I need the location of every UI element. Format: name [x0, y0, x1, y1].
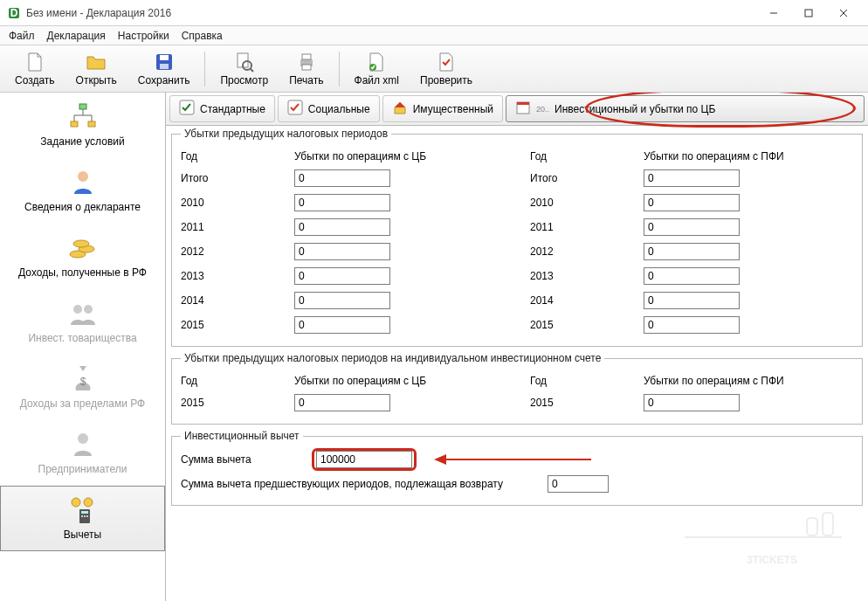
sidebar-label: Задание условий	[40, 135, 124, 148]
svg-rect-14	[302, 65, 311, 70]
svg-rect-7	[160, 55, 169, 60]
create-button[interactable]: Создать	[5, 48, 65, 90]
svg-point-28	[84, 305, 93, 314]
pfi-2010-input[interactable]	[644, 194, 740, 211]
total-cb-input[interactable]	[294, 169, 390, 187]
tab-property[interactable]: Имущественный	[382, 95, 503, 122]
sidebar-label: Инвест. товарищества	[28, 332, 136, 344]
deduction-input[interactable]	[316, 451, 412, 468]
total-pfi-input[interactable]	[644, 169, 740, 187]
svg-rect-13	[302, 54, 311, 59]
year-label: 2010	[530, 197, 644, 209]
group-legend: Убытки предыдущих налоговых периодов на …	[181, 352, 604, 364]
svg-rect-8	[160, 64, 169, 69]
menu-help[interactable]: Справка	[182, 30, 223, 42]
sidebar-item-deductions[interactable]: Вычеты	[0, 486, 165, 551]
minimize-button[interactable]	[756, 3, 791, 24]
year-label: 2013	[530, 270, 644, 282]
tab-label: Социальные	[308, 103, 370, 115]
year-label: 2014	[530, 294, 644, 307]
cb-2012-input[interactable]	[294, 243, 390, 260]
cb-2010-input[interactable]	[294, 194, 390, 211]
titlebar: D Без имени - Декларация 2016	[0, 0, 868, 26]
sidebar-item-declarant[interactable]: Сведения о декларанте	[0, 158, 165, 224]
tab-investment[interactable]: 20.. Инвестиционный и убытки по ЦБ	[506, 95, 865, 122]
row-total-label: Итого	[181, 172, 294, 184]
menu-declaration[interactable]: Декларация	[47, 30, 106, 42]
header-pfi: Убытки по операциям с ПФИ	[644, 375, 844, 387]
iis-pfi-input[interactable]	[644, 394, 740, 411]
tool-label: Печать	[289, 74, 323, 86]
svg-rect-17	[71, 121, 78, 127]
row-total-label: Итого	[530, 172, 644, 184]
svg-rect-16	[79, 104, 86, 109]
tool-label: Файл xml	[355, 74, 400, 86]
tab-short: 20..	[536, 105, 549, 114]
sidebar-item-entrepreneurs: Предприниматели	[0, 420, 165, 486]
open-button[interactable]: Открыть	[66, 48, 127, 90]
check-button[interactable]: Проверить	[410, 48, 482, 90]
pfi-2015-input[interactable]	[644, 316, 740, 334]
year-label: 2014	[181, 294, 294, 307]
header-year: Год	[530, 375, 644, 387]
svg-point-30	[78, 433, 88, 444]
sidebar-label: Вычеты	[64, 528, 101, 541]
preview-button[interactable]: Просмотр	[210, 48, 278, 90]
arrow-annotation	[434, 451, 591, 468]
tab-standard[interactable]: Стандартные	[169, 95, 275, 122]
calculator-icon	[67, 495, 99, 525]
year-label: 2011	[181, 221, 294, 233]
sidebar-item-invest-partnership: Инвест. товарищества	[0, 289, 165, 355]
tab-label: Стандартные	[200, 103, 265, 115]
year-label: 2015	[530, 319, 644, 331]
iis-cb-input[interactable]	[294, 394, 390, 411]
checkbox-icon	[179, 100, 195, 118]
prev-deduction-input[interactable]	[548, 475, 609, 493]
new-file-icon	[24, 52, 45, 73]
sidebar-item-conditions[interactable]: Задание условий	[0, 93, 165, 158]
svg-line-11	[251, 69, 253, 72]
pfi-2012-input[interactable]	[644, 243, 740, 260]
svg-rect-36	[84, 515, 86, 517]
tab-label: Инвестиционный и убытки по ЦБ	[555, 103, 715, 115]
toolbar: Создать Открыть Сохранить Просмотр Печат…	[0, 45, 868, 93]
maximize-button[interactable]	[791, 3, 826, 24]
cb-2014-input[interactable]	[294, 292, 390, 309]
svg-point-23	[78, 171, 88, 182]
preview-icon	[234, 52, 255, 73]
tool-label: Сохранить	[138, 74, 190, 86]
tab-social[interactable]: Социальные	[278, 95, 380, 122]
pfi-2011-input[interactable]	[644, 218, 740, 236]
coins-icon	[67, 233, 99, 263]
xml-file-icon	[366, 52, 387, 73]
pfi-2013-input[interactable]	[644, 267, 740, 285]
cb-2015-input[interactable]	[294, 316, 390, 334]
pfi-2014-input[interactable]	[644, 292, 740, 309]
svg-text:$: $	[79, 376, 86, 388]
svg-rect-41	[517, 102, 529, 105]
cb-2013-input[interactable]	[294, 267, 390, 285]
xml-button[interactable]: Файл xml	[345, 48, 410, 90]
svg-rect-3	[805, 10, 812, 17]
cb-2011-input[interactable]	[294, 218, 390, 236]
year-label: 2011	[530, 221, 644, 233]
sidebar: Задание условий Сведения о декларанте До…	[0, 93, 166, 601]
check-file-icon	[436, 52, 457, 73]
header-cb: Убытки по операциям с ЦБ	[294, 150, 495, 162]
tab-label: Имущественный	[413, 103, 493, 115]
tool-label: Просмотр	[220, 74, 268, 86]
iis-year-label: 2015	[530, 397, 644, 409]
separator	[339, 52, 340, 86]
sidebar-item-income-rf[interactable]: Доходы, полученные в РФ	[0, 224, 165, 289]
print-button[interactable]: Печать	[279, 48, 333, 90]
content-area: Убытки предыдущих налоговых периодов Год…	[166, 126, 868, 601]
sidebar-label: Доходы, полученные в РФ	[18, 266, 147, 279]
menu-file[interactable]: Файл	[9, 30, 35, 42]
tabbar: Стандартные Социальные Имущественный 20.…	[166, 93, 868, 126]
floppy-icon	[154, 52, 175, 73]
menu-settings[interactable]: Настройки	[118, 30, 169, 42]
close-button[interactable]	[826, 3, 861, 24]
save-button[interactable]: Сохранить	[128, 48, 200, 90]
svg-point-31	[72, 498, 80, 507]
header-year: Год	[530, 150, 644, 162]
